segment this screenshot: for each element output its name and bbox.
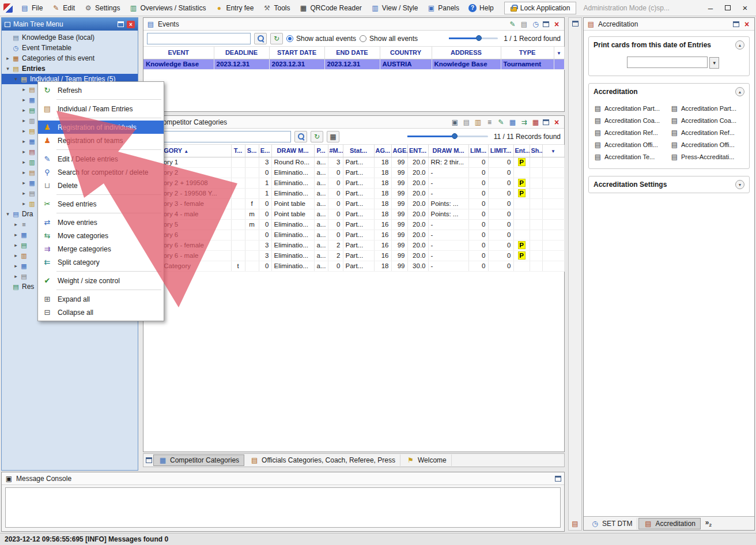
tree-item[interactable]: ▾ ▤ Entries xyxy=(2,63,138,74)
accreditation-card-button[interactable]: ▤ Accreditation Offi... xyxy=(670,138,744,151)
col-age-max[interactable]: AGE... xyxy=(391,145,407,157)
menu-item[interactable]: ♟ Registration of teams xyxy=(38,134,164,147)
tab-welcome[interactable]: ⚑ Welcome xyxy=(402,454,452,466)
dock-icon-bottom[interactable]: ▤ xyxy=(571,520,580,527)
col-limit1[interactable]: LIM... xyxy=(468,145,488,157)
tree-expand-arrow[interactable]: ▸ xyxy=(4,55,12,61)
col-p[interactable]: P... xyxy=(314,145,328,157)
tree-expand-arrow[interactable]: ▸ xyxy=(20,159,28,165)
events-refresh-button[interactable]: ↻ xyxy=(270,33,283,44)
col-type[interactable]: TYPE xyxy=(501,47,554,59)
col-deadline[interactable]: DEADLINE xyxy=(214,47,269,59)
event-clock-icon[interactable]: ◷ xyxy=(531,21,540,28)
category-row[interactable]: Category 1 3 Round Ro... a... 3 Part... … xyxy=(143,157,564,167)
accreditation-close-icon[interactable]: × xyxy=(742,20,751,29)
accreditation-card-button[interactable]: ▤ Accreditation Coa... xyxy=(594,114,668,126)
category-row[interactable]: Category 4 - male m 0 Point table a... 0… xyxy=(143,209,564,219)
slider-knob[interactable] xyxy=(452,133,458,139)
tree-expand-arrow[interactable]: ▸ xyxy=(20,201,28,206)
menu-qrcode-reader[interactable]: ▦ QRCode Reader xyxy=(294,2,366,14)
events-filter-button[interactable]: ▼ xyxy=(554,47,564,59)
tab-officials-categories[interactable]: ▤ Officials Categories, Coach, Referee, … xyxy=(245,454,400,466)
menu-item[interactable]: ⇉ Merge categories xyxy=(38,242,164,255)
printer-icon[interactable]: ▣ xyxy=(451,119,459,126)
console-restore-icon[interactable] xyxy=(555,476,561,482)
accreditation-card-button[interactable]: ▤ Accreditation Ref... xyxy=(670,126,744,138)
col-entry-fee[interactable]: ENT... xyxy=(407,145,428,157)
category-row[interactable]: Category 2 - 199508 Y... 1 Eliminatio...… xyxy=(143,188,564,198)
menu-item[interactable]: ⊔ Delete xyxy=(38,179,164,192)
col-event[interactable]: EVENT xyxy=(143,47,214,59)
categories-screen-button[interactable]: ▦ xyxy=(327,131,339,142)
menu-item[interactable]: ▤ Individual / Team Entries xyxy=(38,102,164,115)
menu-view-style[interactable]: ▥ View / Style xyxy=(366,2,422,14)
events-search-button[interactable] xyxy=(254,33,267,44)
col-matches[interactable]: #M... xyxy=(328,145,343,157)
category-row[interactable]: Category 2 0 Eliminatio... a... 0 Part..… xyxy=(143,167,564,178)
accreditation-card-button[interactable]: ▤ Accreditation Ref... xyxy=(594,126,668,138)
accreditation-restore-icon[interactable] xyxy=(733,21,739,27)
accreditation-card-button[interactable]: ▤ Accreditation Part... xyxy=(670,102,744,114)
entries-date-input[interactable] xyxy=(627,57,708,68)
form-edit-icon[interactable]: ✎ xyxy=(497,119,505,126)
table-summary-icon[interactable]: ▦ xyxy=(531,119,540,126)
category-row[interactable]: Category 6 - female 3 Eliminatio... a...… xyxy=(143,240,564,250)
tree-expand-arrow[interactable]: ▸ xyxy=(20,118,28,123)
menu-tools[interactable]: ⚒ Tools xyxy=(258,2,294,14)
tree-expand-arrow[interactable]: ▸ xyxy=(20,180,28,186)
col-draw-method[interactable]: DRAW M... xyxy=(428,145,468,157)
category-row[interactable]: Category 5 m 0 Eliminatio... a... 0 Part… xyxy=(143,219,564,230)
menu-item[interactable]: ✂ Seed entries xyxy=(38,197,164,211)
tree-expand-arrow[interactable]: ▸ xyxy=(12,273,20,279)
category-row[interactable]: Category 6 - male 3 Eliminatio... a... 2… xyxy=(143,250,564,261)
col-show[interactable]: Sh... xyxy=(530,145,542,157)
copy-icon[interactable]: ▤ xyxy=(462,119,471,126)
menu-help[interactable]: ? Help xyxy=(464,2,498,14)
col-limit2[interactable]: LIMIT... xyxy=(488,145,513,157)
accreditation-card-button[interactable]: ▤ Press-Accreditati... xyxy=(670,151,744,163)
tree-expand-arrow[interactable]: ▸ xyxy=(20,107,28,113)
menu-settings[interactable]: ⚙ Settings xyxy=(80,2,124,14)
accreditation-card-button[interactable]: ▤ Accreditation Part... xyxy=(594,102,668,114)
event-edit-icon[interactable]: ✎ xyxy=(508,21,517,28)
categories-close-icon[interactable]: × xyxy=(552,118,561,127)
tree-expand-arrow[interactable]: ▸ xyxy=(20,97,28,103)
tree-expand-arrow[interactable]: ▾ xyxy=(12,76,20,82)
col-start-date[interactable]: START DATE xyxy=(269,47,324,59)
categories-search-input[interactable] xyxy=(147,131,291,142)
tree-expand-arrow[interactable]: ▸ xyxy=(12,221,20,227)
menu-overviews-statistics[interactable]: ▥ Overviews / Statistics xyxy=(124,2,210,14)
close-button[interactable]: × xyxy=(736,1,754,16)
tree-close-icon[interactable]: × xyxy=(127,21,135,28)
menu-file[interactable]: ▤ File xyxy=(16,2,47,14)
table-icon[interactable]: ▦ xyxy=(508,119,517,126)
menu-item[interactable]: ⇇ Split category xyxy=(38,255,164,269)
tree-expand-arrow[interactable]: ▸ xyxy=(20,170,28,175)
tree-expand-arrow[interactable]: ▾ xyxy=(4,66,12,72)
show-actual-events-radio[interactable]: Show actual events xyxy=(286,35,356,43)
col-end-date[interactable]: END DATE xyxy=(324,47,380,59)
event-row[interactable]: Knowledge Base 2023.12.31 2023.12.31 202… xyxy=(143,59,564,69)
category-row[interactable]: Category 2 + 199508 1 Eliminatio... a...… xyxy=(143,178,564,188)
accreditation-card-button[interactable]: ▤ Accreditation Coa... xyxy=(670,114,744,126)
menu-item[interactable]: ⇄ Move entries xyxy=(38,216,164,229)
col-draw-mode[interactable]: DRAW M... xyxy=(271,145,314,157)
col-age-min[interactable]: AG... xyxy=(374,145,391,157)
category-row[interactable]: Category 3 - female f 0 Point table a...… xyxy=(143,198,564,209)
paste-icon[interactable]: ▥ xyxy=(474,119,482,126)
slider-knob[interactable] xyxy=(476,35,482,41)
menu-edit[interactable]: ✎ Edit xyxy=(47,2,80,14)
menu-item[interactable]: ⇆ Move categories xyxy=(38,229,164,242)
menu-entry-fee[interactable]: ● Entry fee xyxy=(210,2,258,14)
collapse-chevron-icon[interactable]: ▴ xyxy=(735,87,744,96)
menu-item[interactable]: ✔ Weight / size control xyxy=(38,274,164,287)
dock-icon-top[interactable] xyxy=(572,21,579,27)
menu-item[interactable]: ⚲ Search for competitor / delete xyxy=(38,166,164,179)
col-entries[interactable]: E... xyxy=(259,145,271,157)
tree-expand-arrow[interactable]: ▸ xyxy=(12,263,20,269)
events-restore-icon[interactable] xyxy=(543,21,549,27)
events-close-icon[interactable]: × xyxy=(552,20,561,29)
menu-panels[interactable]: ▣ Panels xyxy=(422,2,464,14)
category-row[interactable]: Team Category t 0 Eliminatio... a... 0 P… xyxy=(143,261,564,271)
menu-item[interactable]: ⊟ Collapse all xyxy=(38,306,164,319)
